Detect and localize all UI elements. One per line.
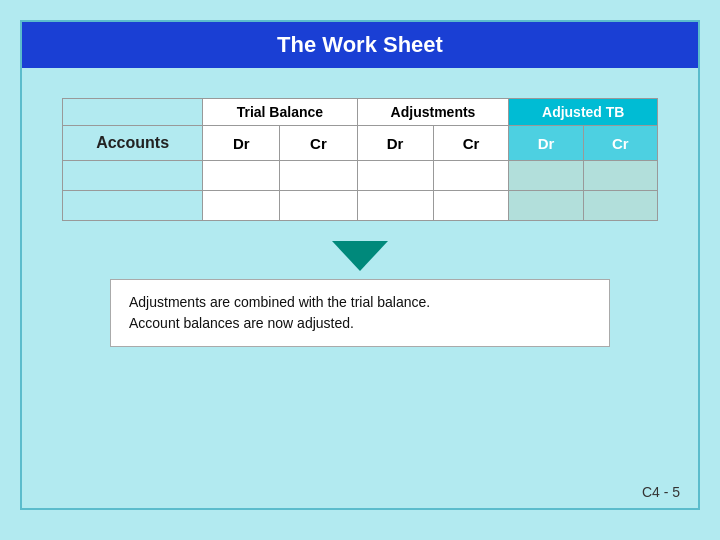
trial-balance-dr-header: Dr xyxy=(203,126,280,161)
adjustments-cr-header: Cr xyxy=(433,126,509,161)
info-line-2: Account balances are now adjusted. xyxy=(129,315,354,331)
atb-dr-1 xyxy=(509,161,583,191)
content-area: Trial Balance Adjustments Adjusted TB Ac… xyxy=(22,68,698,367)
table-row xyxy=(63,161,658,191)
accounts-group-header xyxy=(63,99,203,126)
trial-balance-group-header: Trial Balance xyxy=(203,99,357,126)
tb-dr-2 xyxy=(203,191,280,221)
tb-cr-1 xyxy=(280,161,357,191)
accounts-label: Accounts xyxy=(63,126,203,161)
table-row xyxy=(63,191,658,221)
dr-cr-header-row: Accounts Dr Cr Dr Cr Dr Cr xyxy=(63,126,658,161)
tb-cr-2 xyxy=(280,191,357,221)
adjusted-tb-dr-header: Dr xyxy=(509,126,583,161)
down-arrow-icon xyxy=(332,241,388,271)
adj-dr-2 xyxy=(357,191,433,221)
slide-title: The Work Sheet xyxy=(22,22,698,68)
tb-dr-1 xyxy=(203,161,280,191)
accounts-cell-1 xyxy=(63,161,203,191)
info-line-1: Adjustments are combined with the trial … xyxy=(129,294,430,310)
atb-cr-2 xyxy=(583,191,657,221)
accounts-cell-2 xyxy=(63,191,203,221)
adjustments-group-header: Adjustments xyxy=(357,99,509,126)
arrow-container xyxy=(62,241,658,271)
adj-dr-1 xyxy=(357,161,433,191)
info-box: Adjustments are combined with the trial … xyxy=(110,279,610,347)
adjusted-tb-cr-header: Cr xyxy=(583,126,657,161)
slide-number: C4 - 5 xyxy=(642,484,680,500)
atb-cr-1 xyxy=(583,161,657,191)
slide-container: The Work Sheet Trial Balance Adjustments… xyxy=(20,20,700,510)
atb-dr-2 xyxy=(509,191,583,221)
adjusted-tb-group-header: Adjusted TB xyxy=(509,99,658,126)
adjustments-dr-header: Dr xyxy=(357,126,433,161)
adj-cr-2 xyxy=(433,191,509,221)
trial-balance-cr-header: Cr xyxy=(280,126,357,161)
worksheet-table: Trial Balance Adjustments Adjusted TB Ac… xyxy=(62,98,658,221)
column-group-header-row: Trial Balance Adjustments Adjusted TB xyxy=(63,99,658,126)
adj-cr-1 xyxy=(433,161,509,191)
worksheet-table-wrapper: Trial Balance Adjustments Adjusted TB Ac… xyxy=(62,98,658,221)
